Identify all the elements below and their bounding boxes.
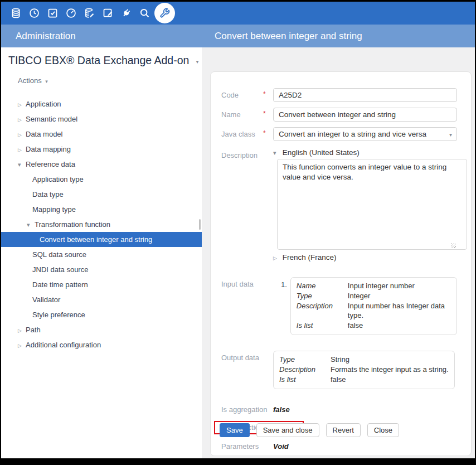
tree-item-data-model[interactable]: Data model: [1, 127, 202, 142]
database-edit-icon[interactable]: [80, 2, 99, 25]
record-title: Convert between integer and string: [215, 31, 362, 42]
close-button[interactable]: Close: [367, 423, 399, 437]
search-icon[interactable]: [135, 2, 154, 25]
page-header: Administration Convert between integer a…: [1, 25, 475, 47]
required-marker: *: [263, 88, 273, 98]
main-area: Code * Name * Java class *: [202, 47, 475, 458]
tree-item-convert-between-integer-and-string[interactable]: Convert between integer and string: [1, 232, 202, 247]
clock-icon[interactable]: [25, 2, 43, 25]
tree-item-sql-data-source[interactable]: SQL data source: [1, 247, 202, 262]
tree-item-validator[interactable]: Validator: [1, 292, 202, 307]
description-label: Description: [221, 148, 263, 159]
input-data-box: NameInput integer number TypeInteger Des…: [290, 277, 457, 335]
sidebar: TIBCO EBX® Data Exchange Add-on ▾ Action…: [1, 47, 202, 458]
field-row-parameters: Parameters Void: [211, 440, 471, 452]
save-button[interactable]: Save: [220, 423, 250, 437]
input-data-index: 1.: [273, 277, 290, 289]
parameters-value: Void: [273, 442, 289, 451]
code-input[interactable]: [273, 88, 457, 102]
locale-english-toggle[interactable]: English (United States): [273, 148, 457, 157]
field-row-name: Name *: [211, 108, 471, 122]
required-marker: *: [263, 108, 273, 118]
expander-icon[interactable]: [18, 338, 26, 353]
tree-item-data-type[interactable]: Data type: [1, 187, 202, 202]
wrench-icon[interactable]: [154, 3, 175, 23]
record-form-card: Code * Name * Java class *: [210, 71, 472, 456]
description-english-textarea[interactable]: This function converts an integer value …: [277, 159, 467, 250]
field-row-output-data: Output data TypeString DescriptionFormat…: [211, 351, 471, 391]
input-data-label: Input data: [221, 277, 263, 288]
output-data-box: TypeString DescriptionFormats the intege…: [273, 351, 455, 389]
name-input[interactable]: [273, 108, 457, 122]
actions-menu[interactable]: Actions ▾: [18, 76, 202, 85]
navigation-tree: Application Semantic model Data model Da…: [1, 96, 202, 352]
expander-icon[interactable]: [18, 98, 26, 113]
tree-item-style-preference[interactable]: Style preference: [1, 307, 202, 322]
database-icon[interactable]: [7, 2, 25, 25]
gauge-icon[interactable]: [62, 2, 80, 25]
revert-button[interactable]: Revert: [326, 423, 361, 437]
textarea-resize-handle[interactable]: [451, 243, 456, 248]
tree-item-data-mapping[interactable]: Data mapping: [1, 142, 202, 157]
form-edit-icon[interactable]: [99, 2, 117, 25]
checklist-icon[interactable]: [43, 2, 62, 25]
field-row-code: Code *: [211, 88, 471, 102]
tree-item-jndi-data-source[interactable]: JNDI data source: [1, 262, 202, 277]
tree-item-application-type[interactable]: Application type: [1, 172, 202, 187]
expander-icon[interactable]: [18, 323, 26, 338]
is-aggregation-label: Is aggregation: [221, 405, 273, 414]
tree-item-mapping-type[interactable]: Mapping type: [1, 202, 202, 217]
tree-item-path[interactable]: Path: [1, 322, 202, 337]
expander-icon[interactable]: [27, 217, 35, 233]
tree-item-transformation-function[interactable]: Transformation function: [1, 217, 202, 232]
chevron-down-icon[interactable]: ▾: [196, 57, 198, 65]
save-and-close-button[interactable]: Save and close: [256, 423, 319, 437]
required-marker: *: [263, 127, 273, 137]
java-class-select[interactable]: ▾: [273, 127, 457, 141]
sidebar-title: TIBCO EBX® Data Exchange Add-on ▾: [8, 54, 202, 67]
java-class-label: Java class: [221, 127, 263, 138]
tree-item-additional-configuration[interactable]: Additional configuration: [1, 337, 202, 352]
tree-item-date-time-pattern[interactable]: Date time pattern: [1, 277, 202, 292]
field-row-input-data: Input data 1. NameInput integer number T…: [211, 277, 471, 335]
field-row-description: Description English (United States) This…: [211, 148, 471, 264]
app-window: Administration Convert between integer a…: [0, 0, 476, 465]
expander-icon[interactable]: [18, 143, 26, 158]
sidebar-scrollbar-thumb[interactable]: [199, 219, 201, 230]
field-row-java-class: Java class * ▾: [211, 127, 471, 141]
plug-icon[interactable]: [117, 2, 135, 25]
expander-icon: [273, 255, 280, 261]
tree-item-semantic-model[interactable]: Semantic model: [1, 112, 202, 127]
expander-icon: [273, 149, 280, 157]
code-label: Code: [221, 88, 263, 99]
tree-item-application[interactable]: Application: [1, 96, 202, 112]
name-label: Name: [221, 108, 263, 119]
chevron-down-icon: ▾: [45, 79, 48, 84]
locale-french-toggle[interactable]: French (France): [273, 253, 457, 261]
output-data-label: Output data: [221, 351, 263, 362]
tree-item-reference-data[interactable]: Reference data: [1, 157, 202, 172]
field-row-is-aggregation: Is aggregation false: [211, 403, 471, 415]
expander-icon[interactable]: [18, 157, 26, 173]
java-class-select-value[interactable]: [273, 127, 457, 141]
parameters-label: Parameters: [221, 442, 273, 451]
expander-icon[interactable]: [18, 113, 26, 128]
section-title: Administration: [16, 31, 76, 42]
expander-icon[interactable]: [18, 128, 26, 143]
top-toolbar: [1, 2, 475, 25]
is-aggregation-value: false: [273, 405, 290, 414]
form-button-bar: Save Save and close Revert Close: [220, 423, 399, 437]
